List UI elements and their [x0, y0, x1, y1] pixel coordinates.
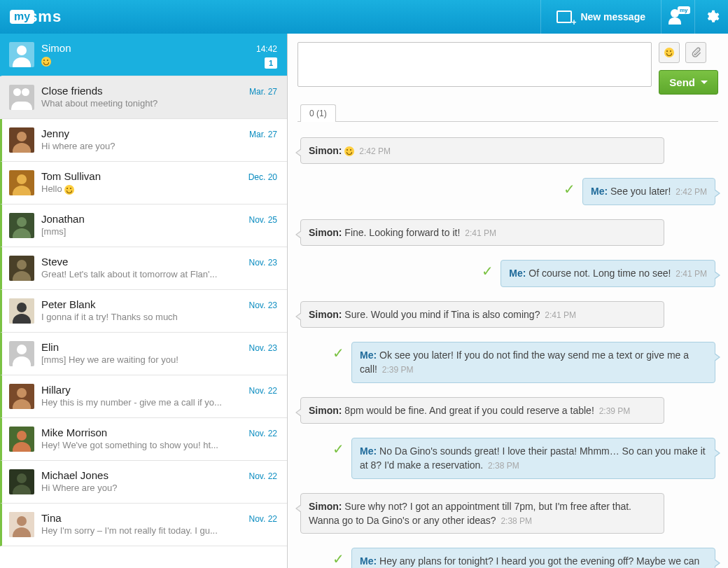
message-sender: Simon: — [309, 405, 342, 416]
message-row-outgoing: ✓Me: Hey any plans for tonight? I heard … — [300, 541, 715, 568]
send-label: Send — [669, 76, 695, 88]
conversation-item[interactable]: SteveNov. 23Great! Let's talk about it t… — [0, 247, 287, 290]
conversation-name: Mike Morrison — [41, 427, 107, 438]
conversation-date: Nov. 22 — [249, 429, 277, 438]
conversation-item[interactable]: ElinNov. 23[mms] Hey we are waiting for … — [0, 333, 287, 375]
conversation-preview: What about meeting tonight? — [41, 98, 251, 109]
conversation-date: Nov. 22 — [249, 514, 277, 524]
settings-button[interactable] — [694, 0, 728, 34]
conversation-item[interactable]: Tom SullivanDec. 20Hello — [0, 162, 287, 205]
message-outgoing: Me: Hey any plans for tonight? I heard y… — [351, 548, 715, 568]
conversation-date: Nov. 23 — [249, 343, 277, 353]
message-incoming: Simon: 2:42 PM — [300, 137, 664, 164]
conversation-name: Steve — [41, 256, 68, 268]
avatar — [9, 42, 34, 67]
tab-count[interactable]: 0 (1) — [300, 104, 336, 122]
svg-point-25 — [17, 516, 27, 526]
message-time: 2:41 PM — [465, 228, 496, 238]
conversation-item[interactable]: Peter BlankNov. 23I gonna if it a try! T… — [0, 290, 287, 333]
conversation-name: Tom Sullivan — [41, 170, 101, 182]
conversation-preview: I gonna if it a try! Thanks so much — [41, 312, 251, 322]
emoji-button[interactable] — [659, 42, 680, 63]
check-icon: ✓ — [332, 550, 344, 567]
new-message-label: New message — [580, 11, 645, 22]
message-time: 2:38 PM — [488, 461, 519, 471]
app-logo: my sms — [10, 8, 62, 26]
conversation-preview: Hey I'm sorry – I'm not really fit today… — [41, 525, 251, 536]
conversation-date: Nov. 23 — [249, 300, 277, 310]
conversation-date: Nov. 22 — [249, 386, 277, 396]
message-text: Of course not. Long time no see! — [526, 268, 673, 279]
message-outgoing: Me: Of course not. Long time no see! 2:4… — [500, 260, 715, 286]
conversation-item[interactable]: Michael JonesNov. 22Hi Where are you? — [0, 461, 287, 504]
emoji-icon — [344, 146, 354, 156]
compose-tabs: 0 (1) — [298, 104, 718, 122]
check-icon: ✓ — [332, 345, 344, 361]
conversation-name: Elin — [41, 341, 59, 353]
send-button[interactable]: Send — [659, 70, 718, 95]
message-time: 2:42 PM — [676, 187, 707, 197]
new-message-icon — [556, 11, 572, 23]
avatar — [9, 298, 34, 324]
conversation-item[interactable]: JennyMar. 27Hi where are you? — [0, 119, 287, 162]
new-message-button[interactable]: New message — [540, 0, 661, 34]
message-time: 2:38 PM — [500, 516, 532, 526]
conversation-name: Michael Jones — [41, 469, 108, 481]
conversation-date: Nov. 25 — [249, 215, 277, 225]
message-text: Sure why not? I got an appointment till … — [309, 501, 631, 526]
message-sender: Simon: — [309, 227, 342, 238]
friends-icon: my — [669, 9, 687, 25]
message-row-outgoing: ✓Me: No Da Gino's sounds great! I love t… — [300, 431, 715, 486]
avatar — [9, 127, 34, 153]
message-time: 2:41 PM — [676, 269, 707, 279]
message-sender: Me: — [591, 186, 608, 197]
conversation-preview: [mms] — [41, 226, 251, 237]
conversation-preview — [41, 55, 251, 67]
conversation-item[interactable]: Mike MorrisonNov. 22Hey! We've got somet… — [0, 418, 287, 461]
logo-tail-icon — [19, 20, 24, 24]
conversation-item[interactable]: TinaNov. 22Hey I'm sorry – I'm not reall… — [0, 504, 287, 546]
message-row-outgoing: ✓Me: See you later! 2:42 PM — [300, 171, 715, 212]
conversation-sidebar: Simon14:421Close friendsMar. 27What abou… — [0, 34, 288, 568]
paperclip-icon — [690, 46, 702, 59]
message-list[interactable]: Simon: 2:42 PM✓Me: See you later! 2:42 P… — [288, 122, 728, 568]
message-text: Hey any plans for tonight? I heard you g… — [360, 555, 699, 568]
message-sender: Me: — [360, 349, 377, 361]
message-text: No Da Gino's sounds great! I love their … — [360, 445, 706, 471]
svg-point-1 — [17, 132, 27, 141]
friends-button[interactable]: my — [661, 0, 694, 34]
avatar — [9, 341, 34, 366]
conversation-preview: Hey! We've got something to show you! ht… — [41, 440, 251, 450]
conversation-list[interactable]: Simon14:421Close friendsMar. 27What abou… — [0, 34, 287, 568]
avatar — [9, 512, 34, 537]
message-text: Sure. Would you mind if Tina is also com… — [342, 309, 542, 320]
check-icon: ✓ — [564, 181, 575, 198]
message-sender: Me: — [360, 445, 377, 457]
compose-input[interactable] — [298, 42, 652, 87]
svg-point-13 — [17, 303, 27, 312]
avatar — [9, 469, 34, 494]
conversation-item[interactable]: HillaryNov. 22Hey this is my number - gi… — [0, 375, 287, 418]
conversation-preview: Hi where are you? — [41, 141, 251, 151]
conversation-name: Hillary — [41, 384, 71, 396]
message-outgoing: Me: No Da Gino's sounds great! I love th… — [351, 438, 715, 479]
svg-point-7 — [17, 217, 27, 227]
chevron-down-icon — [701, 81, 708, 84]
conversation-preview: Great! Let's talk about it tomorrow at F… — [41, 269, 251, 279]
conversation-name: Jonathan — [41, 213, 85, 225]
conversation-date: 14:42 — [256, 44, 277, 54]
conversation-item[interactable]: JonathanNov. 25[mms] — [0, 205, 287, 247]
avatar — [9, 213, 34, 238]
message-time: 2:39 PM — [599, 406, 631, 416]
message-time: 2:42 PM — [359, 146, 391, 156]
conversation-name: Simon — [41, 42, 71, 54]
compose-area: Send — [288, 34, 728, 95]
avatar — [9, 427, 34, 452]
conversation-item[interactable]: Close friendsMar. 27What about meeting t… — [0, 76, 287, 119]
conversation-item[interactable]: Simon14:421 — [0, 34, 287, 76]
conversation-date: Nov. 23 — [249, 258, 277, 268]
attach-button[interactable] — [685, 42, 706, 63]
conversation-preview: Hi Where are you? — [41, 483, 251, 493]
message-text: See you later! — [608, 186, 673, 197]
app-header: my sms New message my — [0, 0, 728, 34]
